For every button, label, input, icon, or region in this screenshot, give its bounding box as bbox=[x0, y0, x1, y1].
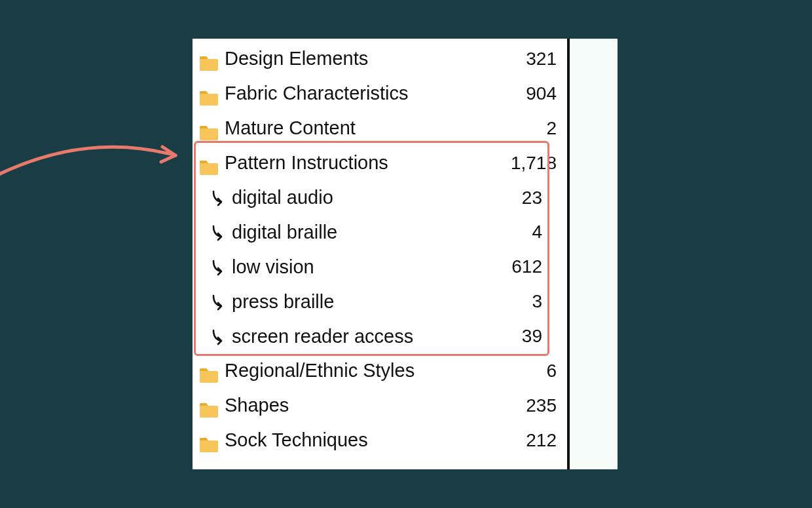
subcategory-label: screen reader access bbox=[232, 322, 413, 351]
folder-icon bbox=[199, 155, 219, 171]
category-row[interactable]: Shapes 235 bbox=[193, 388, 567, 423]
category-count: 6 bbox=[546, 357, 558, 385]
child-arrow-icon bbox=[210, 326, 229, 346]
category-count: 212 bbox=[526, 426, 558, 454]
category-row[interactable]: Mature Content 2 bbox=[193, 111, 567, 146]
subcategory-count: 39 bbox=[522, 322, 558, 350]
category-count: 2 bbox=[546, 114, 558, 142]
subcategory-label: press braille bbox=[232, 287, 334, 317]
folder-icon bbox=[199, 432, 219, 448]
category-row[interactable]: Regional/Ethnic Styles 6 bbox=[193, 353, 567, 388]
subcategory-row[interactable]: screen reader access 39 bbox=[193, 319, 567, 354]
folder-icon bbox=[199, 50, 219, 67]
category-label: Sock Techniques bbox=[225, 425, 368, 455]
category-count: 321 bbox=[526, 45, 558, 73]
category-row-expanded[interactable]: Pattern Instructions 1,718 bbox=[193, 146, 567, 180]
category-list: Design Elements 321 Fabric Characteristi… bbox=[193, 39, 570, 469]
child-arrow-icon bbox=[210, 292, 229, 311]
category-label: Fabric Characteristics bbox=[225, 79, 408, 108]
annotation-arrow-icon bbox=[0, 128, 190, 190]
subcategory-label: low vision bbox=[232, 252, 314, 282]
subcategory-row[interactable]: digital audio 23 bbox=[193, 180, 567, 215]
category-label: Pattern Instructions bbox=[225, 148, 388, 178]
category-label: Regional/Ethnic Styles bbox=[225, 356, 415, 385]
subcategory-row[interactable]: digital braille 4 bbox=[193, 215, 567, 250]
child-arrow-icon bbox=[210, 257, 229, 277]
folder-icon bbox=[199, 397, 219, 414]
category-count: 235 bbox=[526, 391, 558, 420]
subcategory-count: 612 bbox=[511, 252, 558, 281]
category-count: 1,718 bbox=[511, 149, 558, 177]
category-count: 904 bbox=[526, 79, 558, 107]
category-label: Shapes bbox=[225, 391, 289, 420]
subcategory-label: digital braille bbox=[232, 218, 337, 247]
category-panel: Design Elements 321 Fabric Characteristi… bbox=[193, 39, 618, 469]
folder-icon bbox=[199, 120, 219, 136]
category-row[interactable]: Fabric Characteristics 904 bbox=[193, 76, 567, 111]
subcategory-label: digital audio bbox=[232, 183, 333, 212]
child-arrow-icon bbox=[210, 222, 229, 242]
category-label: Design Elements bbox=[225, 44, 368, 73]
subcategory-count: 4 bbox=[532, 218, 558, 246]
right-gutter bbox=[570, 39, 618, 469]
category-label: Mature Content bbox=[225, 113, 356, 143]
folder-icon bbox=[199, 85, 219, 102]
category-row[interactable]: Design Elements 321 bbox=[193, 41, 567, 76]
folder-icon bbox=[199, 362, 219, 379]
child-arrow-icon bbox=[210, 187, 229, 207]
subcategory-row[interactable]: low vision 612 bbox=[193, 250, 567, 284]
category-row[interactable]: Sock Techniques 212 bbox=[193, 423, 567, 458]
subcategory-count: 3 bbox=[532, 287, 558, 315]
subcategory-row[interactable]: press braille 3 bbox=[193, 284, 567, 319]
subcategory-count: 23 bbox=[522, 184, 558, 212]
